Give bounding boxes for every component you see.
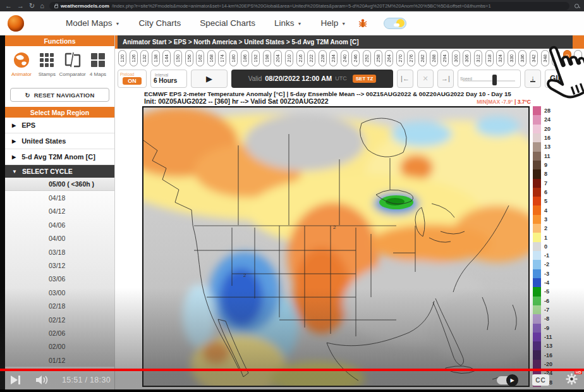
reload-icon[interactable]: ↻ [29,3,35,9]
frame-button[interactable]: 174 [218,50,226,66]
frame-button[interactable]: 318 [485,50,494,66]
frame-button[interactable]: 150 [174,50,182,66]
frame-button[interactable]: 126 [130,50,138,66]
frame-button[interactable]: 192 [252,50,260,66]
autoplay-toggle[interactable]: ▶ [497,376,516,384]
frame-button[interactable]: 258 [374,50,382,66]
cycle-item[interactable]: 02/18 [5,300,114,313]
nav-menu-item[interactable]: Special Charts ▼ [200,18,255,28]
theme-toggle[interactable] [384,18,406,29]
frame-button[interactable]: 348 [541,50,549,66]
frame-button[interactable]: 252 [363,50,371,66]
nav-menu-item[interactable]: Links ▼ [274,18,301,28]
cycle-item[interactable]: 04/00 [5,232,114,245]
frame-button[interactable]: 198 [263,50,271,66]
frame-button[interactable]: 270 [396,50,405,66]
jump-start-button[interactable]: |← [397,70,413,88]
frame-button[interactable]: 240 [341,50,349,66]
cycle-item[interactable]: 03/12 [5,259,114,272]
frame-button[interactable]: 264 [385,50,393,66]
color-scale-cell: 8 [533,169,580,178]
cycle-item[interactable]: 04/12 [5,205,114,218]
nav-menu-item[interactable]: City Charts ▼ [138,18,181,28]
next-video-icon[interactable] [10,375,21,385]
frame-button[interactable]: 234 [329,50,338,66]
map-viewport[interactable]: 2 2 [142,106,530,387]
frame-button[interactable]: 156 [185,50,193,66]
captions-button[interactable]: CC [532,374,549,386]
frame-button[interactable]: 324 [496,50,504,66]
accordion-row[interactable]: ▶ 5-d Avg T2M Anom [C] [5,149,114,165]
bug-report-icon[interactable] [357,18,368,29]
accordion-row[interactable]: ▶ United States [5,133,114,149]
frame-button[interactable]: 204 [274,50,282,66]
frame-button[interactable]: 162 [196,50,204,66]
frame-button[interactable]: 186 [241,50,249,66]
frame-button[interactable]: 300 [452,50,460,66]
frame-button[interactable]: 330 [508,50,516,66]
gif-export-button[interactable]: GIF [545,70,568,88]
forward-icon[interactable]: → [17,3,24,9]
cycle-item[interactable]: 05/00 ( <360h ) [5,178,114,191]
frame-button[interactable]: 228 [319,50,327,66]
back-icon[interactable]: ← [5,3,12,9]
frame-button[interactable]: 276 [407,50,415,66]
select-cycle-header[interactable]: ▼ SELECT CYCLE [5,165,114,178]
frame-button[interactable]: 120 [118,50,126,66]
frame-button[interactable]: 180 [229,50,238,66]
frame-button[interactable]: 336 [518,50,526,66]
frame-button[interactable]: 312 [474,50,482,66]
download-button[interactable]: ↓ [525,70,541,88]
url-bar[interactable]: weathermodels.com /index.php?r=site%2Fmo… [49,2,569,10]
speed-slider-handle[interactable] [492,75,497,85]
tool-button[interactable]: Comparator [60,51,85,82]
cycle-item[interactable]: 03/06 [5,273,114,286]
map-title-line1: ECMWF EPS 2-meter Temperature Anomaly [°… [144,90,584,97]
site-logo[interactable] [8,15,24,32]
frame-button[interactable]: 288 [430,50,438,66]
frame-button[interactable]: 210 [285,50,293,66]
cycle-item[interactable]: 02/00 [5,340,114,353]
home-icon[interactable]: ⌂ [40,3,44,9]
accordion-row[interactable]: ▶ EPS [5,118,114,133]
frame-button[interactable]: 306 [463,50,471,66]
set-timezone-button[interactable]: SET TZ [353,75,377,83]
frame-button[interactable]: 168 [207,50,216,66]
frame-button[interactable]: 360 [563,50,571,66]
frame-button[interactable]: 282 [418,50,427,66]
cycle-item[interactable]: 01/12 [5,353,114,367]
frame-button[interactable]: 246 [351,50,360,66]
tool-button[interactable]: Animator [9,51,34,82]
settings-button[interactable]: HD [566,373,578,388]
frame-button[interactable]: 294 [441,50,449,66]
reset-navigation-button[interactable]: ↻ RESET NAVIGATION [10,88,109,102]
tool-button[interactable]: Stamps [34,51,59,82]
zoom-icon[interactable] [575,4,579,8]
cycle-item[interactable]: 02/06 [5,326,114,340]
interval-control[interactable]: Interval 6 Hours [150,70,187,88]
frame-button[interactable] [574,50,582,66]
cycle-item[interactable]: 03/00 [5,286,114,299]
cycle-item[interactable]: 04/18 [5,191,114,204]
jump-end-button[interactable]: →| [437,70,454,88]
cycle-item[interactable]: 04/06 [5,218,114,231]
preload-on-button[interactable]: ON [123,77,142,85]
frame-button[interactable]: 342 [530,50,538,66]
nav-menu-item[interactable]: Model Maps ▼ [66,18,119,28]
nav-menu-item[interactable]: Help ▼ [321,18,346,28]
volume-icon[interactable] [35,375,48,385]
tool-button[interactable]: 4 Maps [85,51,111,82]
frame-button[interactable]: 216 [296,50,305,66]
stop-button[interactable]: ✕ [417,70,434,88]
clipped-button[interactable] [571,70,584,88]
cycle-item[interactable]: 03/18 [5,245,114,259]
frame-button[interactable]: 222 [307,50,315,66]
frame-button[interactable]: 144 [162,50,171,66]
frame-button[interactable]: 354 [552,50,560,66]
preload-control[interactable]: Preload ON [118,70,147,88]
frame-button[interactable]: 132 [140,50,149,66]
play-button[interactable]: ▶ [191,70,228,88]
frame-button[interactable]: 138 [152,50,160,66]
cycle-label: 03/06 [49,275,65,283]
cycle-item[interactable]: 02/12 [5,313,114,326]
